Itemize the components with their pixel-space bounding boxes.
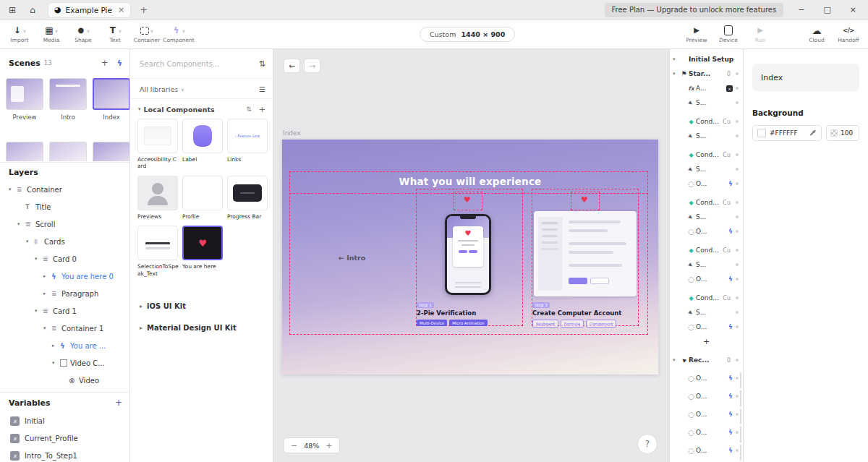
- trigger-row[interactable]: Cond... Cu: [670, 114, 743, 129]
- toolbar-tool[interactable]: Component: [163, 24, 194, 45]
- trigger-row[interactable]: +: [670, 334, 743, 348]
- sort-components-icon[interactable]: [246, 106, 252, 113]
- trigger-row[interactable]: O...: [670, 272, 743, 286]
- trigger-row[interactable]: O...: [670, 176, 743, 191]
- trigger-row[interactable]: O...: [670, 371, 743, 385]
- trigger-row[interactable]: ▾ Rec... 0: [670, 353, 743, 367]
- new-tab-button[interactable]: +: [140, 4, 148, 15]
- expand-icon[interactable]: [140, 325, 142, 331]
- twisty-icon[interactable]: ▸: [43, 291, 51, 296]
- scene-interactions-icon[interactable]: [117, 59, 122, 68]
- layer-row[interactable]: ▾ Card 1: [0, 302, 129, 320]
- trigger-row[interactable]: ▾ Star... 0: [670, 67, 743, 81]
- trigger-row[interactable]: O...: [670, 389, 743, 403]
- chevron-down-icon[interactable]: [119, 28, 122, 33]
- maximize-button[interactable]: □: [823, 5, 830, 14]
- add-variable-button[interactable]: +: [115, 398, 122, 408]
- variable-row[interactable]: Current_Profile: [0, 429, 129, 447]
- variable-row[interactable]: Initial: [0, 412, 129, 429]
- zoom-out-button[interactable]: −: [291, 441, 297, 450]
- libraries-dropdown[interactable]: All libraries: [140, 82, 265, 95]
- twisty-icon[interactable]: ▾: [35, 308, 43, 314]
- toolbar-tool[interactable]: Text: [100, 24, 130, 45]
- help-button[interactable]: ?: [637, 434, 658, 454]
- twisty-icon[interactable]: ▾: [26, 239, 34, 244]
- twisty-icon[interactable]: ▾: [35, 256, 43, 262]
- forward-button[interactable]: →: [304, 59, 320, 73]
- toolbar-tool[interactable]: Media: [36, 24, 67, 45]
- toolbar-tool[interactable]: Preview: [681, 24, 712, 45]
- collapse-icon[interactable]: [138, 106, 141, 112]
- chevron-down-icon[interactable]: [150, 28, 153, 33]
- canvas-size-chip[interactable]: Custom 1440 × 900: [420, 27, 515, 42]
- trigger-row[interactable]: O...: [670, 443, 743, 458]
- layer-row[interactable]: ▾ Card 0: [0, 250, 129, 268]
- trigger-row[interactable]: Cond... Cu: [670, 291, 743, 305]
- component-card[interactable]: SelectionToSpeak_Text: [137, 226, 179, 277]
- chevron-down-icon[interactable]: [182, 28, 185, 33]
- component-card[interactable]: Progress Bar: [227, 176, 269, 220]
- you-are-here-heart-icon[interactable]: ♥: [464, 195, 471, 205]
- trigger-row[interactable]: S...: [670, 210, 743, 224]
- eyedropper-icon[interactable]: [809, 129, 817, 137]
- expand-icon[interactable]: [140, 303, 142, 309]
- zoom-level[interactable]: 48%: [304, 442, 319, 450]
- trigger-row[interactable]: A...: [670, 81, 743, 95]
- twisty-icon[interactable]: ▾: [43, 325, 51, 331]
- color-hex-input[interactable]: [770, 129, 806, 137]
- toolbar-tool[interactable]: Container: [132, 24, 162, 45]
- scene-thumbnail[interactable]: [93, 142, 130, 161]
- scene-thumbnail[interactable]: [6, 78, 43, 110]
- component-thumbnail[interactable]: [137, 119, 178, 153]
- scene-thumbnail[interactable]: [49, 78, 87, 110]
- twisty-icon[interactable]: ▾: [9, 187, 17, 192]
- intro-nav-link[interactable]: ← Intro: [339, 254, 365, 262]
- trigger-row[interactable]: O...: [670, 320, 743, 334]
- toolbar-tool[interactable]: Cloud: [801, 24, 832, 45]
- opacity-field[interactable]: [826, 125, 859, 141]
- component-thumbnail[interactable]: [182, 176, 223, 210]
- component-thumbnail[interactable]: [227, 176, 268, 210]
- list-view-icon[interactable]: [259, 85, 265, 93]
- trigger-row[interactable]: ▾ Initial Setup: [670, 52, 743, 67]
- trigger-row[interactable]: Cond... Cu: [670, 243, 743, 257]
- you-are-here-heart-icon[interactable]: ♥: [581, 195, 588, 205]
- opacity-input[interactable]: [841, 129, 855, 137]
- trigger-row[interactable]: Cond... Cu: [670, 195, 743, 210]
- desktop-mockup[interactable]: [534, 211, 637, 296]
- close-button[interactable]: ×: [850, 5, 856, 14]
- add-scene-button[interactable]: +: [101, 58, 109, 68]
- trigger-row[interactable]: S...: [670, 129, 743, 143]
- layer-row[interactable]: Video: [0, 372, 129, 389]
- trigger-row[interactable]: S...: [670, 257, 743, 272]
- minimize-button[interactable]: −: [798, 5, 804, 14]
- selected-scene-title[interactable]: Index: [752, 64, 859, 91]
- layer-row[interactable]: ▾ Scroll: [0, 215, 129, 233]
- trigger-row[interactable]: O...: [670, 407, 743, 422]
- component-thumbnail[interactable]: [182, 119, 223, 153]
- apps-grid-icon[interactable]: ⊞: [7, 5, 17, 15]
- scene-item[interactable]: Intro: [49, 78, 87, 121]
- layer-row[interactable]: ▸ You are ...: [0, 337, 129, 354]
- twisty-icon[interactable]: ▾: [673, 56, 679, 62]
- twisty-icon[interactable]: ▾: [673, 357, 679, 363]
- canvas-area[interactable]: ← → Index What you will experience ♥ ♥ ←…: [273, 49, 669, 462]
- layer-row[interactable]: ▾ Video C...: [0, 354, 129, 372]
- layer-row[interactable]: ▾ Container 1: [0, 320, 129, 337]
- layer-row[interactable]: ▸ You are here 0: [0, 268, 129, 285]
- color-swatch[interactable]: [757, 129, 766, 137]
- twisty-icon[interactable]: ▾: [673, 71, 679, 77]
- local-components-header[interactable]: Local Components +: [138, 103, 265, 116]
- trigger-row[interactable]: S...: [670, 305, 743, 320]
- artboard-title-text[interactable]: What you will experience: [282, 176, 658, 187]
- component-card[interactable]: Label: [182, 119, 224, 170]
- layer-row[interactable]: ▸ Paragraph: [0, 285, 129, 302]
- component-card[interactable]: › Feature Link Links: [227, 119, 269, 170]
- component-card[interactable]: Accessibility Card: [137, 119, 179, 170]
- trigger-row[interactable]: O...: [670, 425, 743, 440]
- search-input[interactable]: [140, 60, 259, 68]
- layer-row[interactable]: ▾ Container: [0, 181, 129, 198]
- chevron-down-icon[interactable]: [87, 28, 90, 33]
- trigger-row[interactable]: S...: [670, 95, 743, 110]
- component-thumbnail[interactable]: [137, 226, 178, 260]
